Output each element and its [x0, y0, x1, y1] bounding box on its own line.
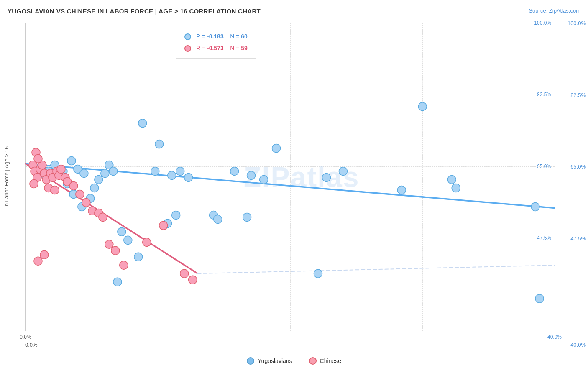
dot-blue	[447, 176, 456, 184]
dot-blue	[247, 171, 256, 180]
trend-line-dashed	[198, 265, 555, 273]
dot-blue	[67, 157, 76, 165]
y-label-65: 65.0%	[570, 164, 586, 170]
dot-blue	[214, 215, 222, 223]
dot-blue	[138, 119, 147, 128]
dot-pink	[180, 269, 189, 278]
dot-blue	[109, 167, 118, 176]
dot-blue	[535, 294, 544, 303]
chart-title: YUGOSLAVIAN VS CHINESE IN LABOR FORCE | …	[8, 8, 261, 15]
dot-blue	[172, 211, 180, 219]
stat-blue-r: R = -0.183	[196, 33, 224, 40]
stat-pink-row: R = -0.573 N = 59	[184, 42, 248, 54]
stat-pink-n: N = 59	[230, 45, 248, 51]
dot-blue	[113, 278, 122, 286]
dot-pink	[34, 257, 42, 265]
chart-container: YUGOSLAVIAN VS CHINESE IN LABOR FORCE | …	[0, 0, 588, 373]
dot-blue	[118, 227, 126, 236]
dot-pink	[30, 179, 38, 188]
dot-pink	[40, 250, 49, 259]
dot-blue	[184, 174, 193, 182]
dot-blue	[272, 144, 281, 153]
legend-chinese: Chinese	[309, 357, 341, 365]
dot-pink	[159, 221, 168, 230]
legend-label-chinese: Chinese	[320, 358, 341, 364]
stats-box: R = -0.183 N = 60 R = -0.573 N = 59	[176, 26, 256, 59]
y-label-100: 100.0%	[568, 20, 586, 26]
legend-dot-blue	[247, 357, 254, 365]
dot-pink	[120, 261, 128, 269]
dot-blue	[134, 253, 143, 261]
dot-blue	[243, 213, 251, 221]
dot-blue	[90, 184, 99, 192]
y-label-82: 82.5%	[570, 92, 586, 98]
x-label-0: 0.0%	[20, 334, 31, 340]
dot-blue	[168, 171, 176, 180]
dot-pink	[57, 165, 65, 174]
dot-blue	[80, 169, 88, 178]
chart-area: 100.0% 82.5% 65.0% 47.5% 0.0% 40.0% ZIPa…	[25, 23, 555, 331]
dot-blue	[230, 167, 239, 176]
y-axis-label: In Labor Force | Age > 16	[3, 146, 10, 208]
dot-pink	[34, 155, 42, 163]
dot-pink	[143, 238, 151, 246]
dot-blue	[155, 140, 164, 148]
grid-v-40	[555, 23, 555, 331]
dot-pink	[111, 246, 120, 255]
y-label-47: 47.5%	[570, 235, 586, 242]
x-label-40: 40.0%	[570, 342, 586, 348]
dot-blue	[452, 184, 460, 192]
dot-pink	[51, 186, 59, 194]
legend-label-yugoslavians: Yugoslavians	[258, 358, 292, 364]
dot-blue	[531, 202, 539, 211]
dot-pink	[105, 240, 113, 248]
dot-blue	[101, 169, 109, 178]
dot-blue	[322, 174, 330, 182]
legend-dot-pink	[309, 357, 317, 365]
dot-blue	[314, 269, 322, 278]
source-label: Source: ZipAtlas.com	[529, 8, 580, 14]
stat-blue-row: R = -0.183 N = 60	[184, 31, 248, 42]
dot-blue	[95, 176, 103, 184]
dot-pink	[76, 190, 84, 198]
dot-pink	[189, 276, 197, 284]
x-label-40: 40.0%	[547, 334, 562, 340]
dot-pink	[99, 213, 107, 221]
dot-blue	[397, 186, 406, 194]
dot-blue	[260, 176, 268, 184]
x-label-0: 0.0%	[25, 342, 38, 348]
legend: Yugoslavians Chinese	[247, 357, 341, 365]
stat-pink-r: R = -0.573	[196, 45, 224, 51]
legend-yugoslavians: Yugoslavians	[247, 357, 292, 365]
dot-blue	[124, 236, 132, 244]
dot-pink	[69, 181, 78, 190]
scatter-svg	[26, 23, 555, 331]
dot-pink	[82, 198, 90, 207]
dot-blue	[339, 167, 347, 176]
grid-h-bottom	[26, 331, 555, 331]
dot-blue	[418, 102, 427, 111]
dot-blue	[151, 167, 159, 176]
stat-blue-n: N = 60	[230, 33, 248, 40]
dot-blue	[176, 167, 184, 176]
